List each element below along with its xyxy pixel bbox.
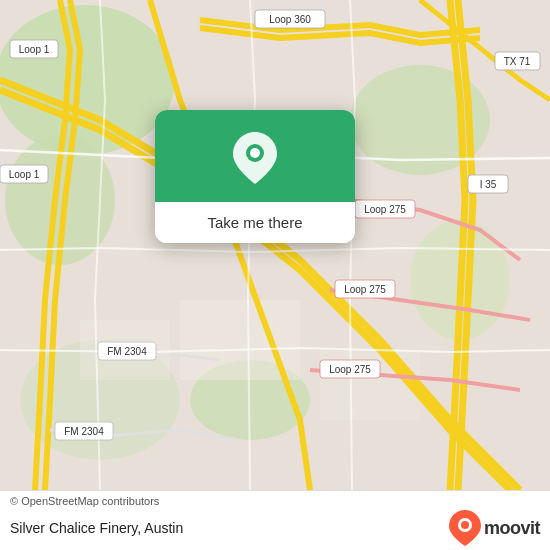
svg-point-1 [0, 5, 175, 155]
map-container: Loop 360 Loop 1 Loop 1 TX 71 I 35 Loop 2… [0, 0, 550, 490]
location-pin-icon [233, 132, 277, 184]
svg-text:Loop 360: Loop 360 [269, 14, 311, 25]
moovit-text: moovit [484, 518, 540, 539]
svg-text:Loop 275: Loop 275 [344, 284, 386, 295]
svg-point-31 [250, 148, 260, 158]
svg-text:Loop 1: Loop 1 [9, 169, 40, 180]
svg-text:I 35: I 35 [480, 179, 497, 190]
attribution: © OpenStreetMap contributors [10, 495, 540, 507]
moovit-logo: moovit [449, 510, 540, 546]
svg-text:Loop 275: Loop 275 [364, 204, 406, 215]
app: Loop 360 Loop 1 Loop 1 TX 71 I 35 Loop 2… [0, 0, 550, 550]
take-me-there-button[interactable]: Take me there [155, 202, 355, 243]
bottom-bar: © OpenStreetMap contributors Silver Chal… [0, 490, 550, 550]
svg-text:TX 71: TX 71 [504, 56, 531, 67]
location-name: Silver Chalice Finery, Austin [10, 520, 183, 536]
svg-text:FM 2304: FM 2304 [64, 426, 104, 437]
popup-top [155, 110, 355, 202]
svg-text:Loop 275: Loop 275 [329, 364, 371, 375]
svg-text:FM 2304: FM 2304 [107, 346, 147, 357]
moovit-logo-icon [449, 510, 481, 546]
svg-point-33 [461, 521, 469, 529]
svg-text:Loop 1: Loop 1 [19, 44, 50, 55]
location-info: Silver Chalice Finery, Austin moovit [10, 510, 540, 546]
popup-card: Take me there [155, 110, 355, 243]
